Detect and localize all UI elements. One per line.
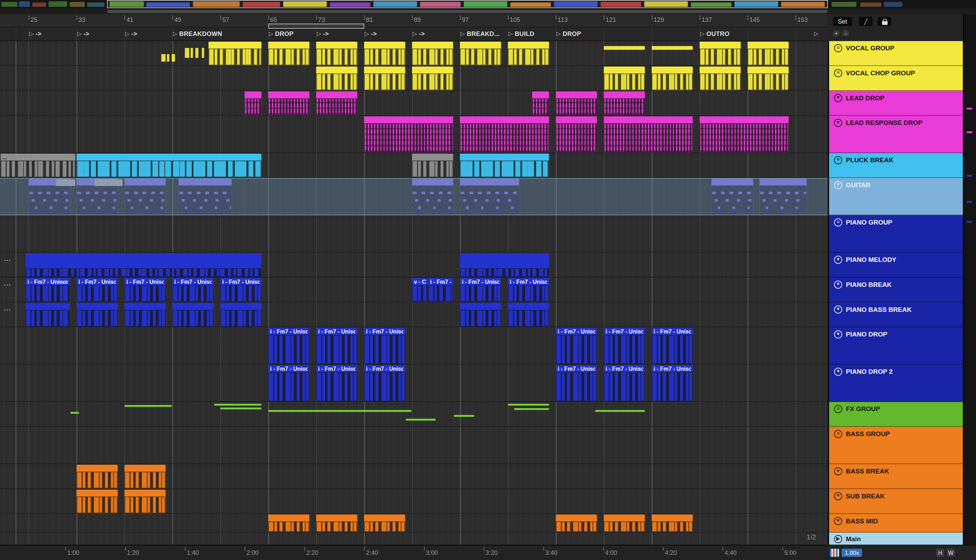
clip[interactable] bbox=[364, 117, 454, 152]
clip[interactable] bbox=[700, 117, 789, 152]
fold-icon[interactable]: ▾ bbox=[834, 367, 843, 375]
track-header-lead-drop[interactable]: ▾LEAD DROP bbox=[829, 91, 963, 116]
track-header-piano-drop[interactable]: ▾PIANO DROP bbox=[829, 327, 963, 365]
clip[interactable] bbox=[412, 67, 454, 90]
clip[interactable] bbox=[460, 154, 549, 177]
clip[interactable] bbox=[125, 179, 166, 215]
clip-i-fm7-unison[interactable]: i - Fm7 - Unison bbox=[604, 365, 645, 401]
clip[interactable] bbox=[244, 92, 262, 115]
horizontal-scrollbar[interactable] bbox=[0, 8, 976, 14]
clip[interactable] bbox=[406, 418, 435, 420]
clip-i-fm7-unison[interactable]: i - Fm7 - Unison bbox=[652, 328, 693, 364]
locator-drop[interactable]: ▷DROP bbox=[557, 30, 581, 37]
clip[interactable] bbox=[712, 179, 753, 215]
clip[interactable] bbox=[316, 92, 357, 115]
group-icon[interactable]: ≡ bbox=[834, 218, 843, 226]
clip-i-fm7-unison[interactable]: i - Fm7 - Unison bbox=[268, 328, 310, 364]
clip[interactable] bbox=[508, 404, 549, 406]
clip[interactable] bbox=[125, 490, 166, 513]
clip[interactable] bbox=[604, 67, 645, 90]
clip-i-fm7-unison[interactable]: i - Fm7 - Unison bbox=[460, 278, 501, 302]
group-icon[interactable]: ≡ bbox=[834, 69, 843, 77]
clip[interactable] bbox=[556, 92, 597, 115]
clip[interactable] bbox=[364, 515, 405, 532]
fold-icon[interactable]: ▾ bbox=[834, 280, 843, 288]
clip-i-fm7-unison[interactable]: i - Fm7 - Unison bbox=[556, 328, 597, 364]
fold-icon[interactable]: ▾ bbox=[834, 330, 843, 338]
clip-i-fm7-unison[interactable]: i - Fm7 - Unison bbox=[316, 328, 357, 364]
lane-bass-group[interactable] bbox=[0, 427, 828, 464]
clip[interactable] bbox=[208, 42, 262, 65]
fold-icon[interactable]: ▾ bbox=[834, 156, 843, 164]
add-locator-button[interactable]: + bbox=[833, 30, 840, 37]
clip[interactable] bbox=[214, 404, 262, 406]
lane-main[interactable] bbox=[0, 533, 828, 545]
track-header-bass-mid[interactable]: ▾BASS MID bbox=[829, 514, 963, 533]
clip-[interactable]: ... bbox=[3, 255, 23, 263]
fold-icon[interactable]: ▾ bbox=[834, 517, 843, 525]
clip[interactable] bbox=[268, 515, 310, 532]
lane-bass-mid[interactable] bbox=[0, 514, 828, 533]
locator-[interactable]: ▷-> bbox=[365, 30, 377, 37]
midi-keyboard-icon[interactable] bbox=[830, 549, 839, 557]
group-icon[interactable]: ≡ bbox=[834, 44, 843, 52]
clip[interactable] bbox=[77, 465, 118, 488]
locator[interactable]: ▷ bbox=[814, 30, 819, 37]
clip[interactable] bbox=[652, 67, 693, 90]
clip-i-fm7-unison[interactable]: i - Fm7 - Unison bbox=[652, 365, 693, 401]
clip-[interactable]: ... bbox=[3, 280, 23, 288]
arrangement-overview[interactable] bbox=[0, 0, 976, 8]
track-header-bass-break[interactable]: ▾BASS BREAK bbox=[829, 464, 963, 489]
clip[interactable] bbox=[604, 515, 645, 532]
locator-row[interactable]: ▷->▷->▷->▷BREAKDOWN▷DROP▷->▷->▷->▷BREAKD… bbox=[0, 27, 828, 41]
clip-i-fm7-unison[interactable]: i - Fm7 - Unison bbox=[428, 278, 453, 302]
clip[interactable] bbox=[604, 46, 645, 50]
lane-lead-drop[interactable] bbox=[0, 91, 828, 116]
clip[interactable] bbox=[508, 42, 549, 65]
clip[interactable] bbox=[77, 303, 118, 327]
track-header-bass-group[interactable]: ≡BASS GROUP bbox=[829, 427, 963, 464]
track-header-fx-group[interactable]: ≡FX GROUP bbox=[829, 402, 963, 427]
clip[interactable] bbox=[759, 179, 807, 215]
clip-[interactable]: ... bbox=[0, 154, 75, 177]
locator-[interactable]: ▷-> bbox=[317, 30, 329, 37]
fold-icon[interactable]: ▾ bbox=[834, 118, 843, 127]
clip[interactable] bbox=[220, 408, 262, 409]
clip[interactable] bbox=[700, 42, 741, 65]
track-header-pluck-break[interactable]: ▾PLUCK BREAK bbox=[829, 153, 963, 178]
clip[interactable] bbox=[412, 42, 454, 65]
track-lanes[interactable]: .........i - Fm7 - Unisoni - Fm7 - Uniso… bbox=[0, 41, 828, 545]
clip[interactable] bbox=[56, 179, 75, 186]
locator-breakd[interactable]: ▷BREAKD... bbox=[460, 30, 500, 37]
fold-icon[interactable]: ▾ bbox=[834, 492, 843, 500]
clip[interactable] bbox=[556, 117, 597, 152]
time-ruler[interactable]: 1:001:201:402:002:202:403:003:203:404:00… bbox=[0, 546, 828, 560]
clip[interactable] bbox=[412, 179, 454, 215]
clip[interactable] bbox=[532, 92, 549, 115]
clip[interactable] bbox=[268, 92, 310, 115]
play-icon[interactable]: ▶ bbox=[834, 535, 843, 543]
clip[interactable] bbox=[747, 42, 789, 65]
clip-i-fm7-unison[interactable]: i - Fm7 - Unison bbox=[125, 278, 166, 302]
clip-i-fm7-unison[interactable]: i - Fm7 - Unison bbox=[364, 365, 405, 401]
track-header-lead-response-drop[interactable]: ▾LEAD RESPONSE DROP bbox=[829, 116, 963, 153]
clip[interactable] bbox=[556, 515, 597, 532]
clip[interactable] bbox=[460, 117, 549, 152]
track-header-piano-bass-break[interactable]: ▾PIANO BASS BREAK bbox=[829, 302, 963, 327]
track-header-main[interactable]: ▶Main bbox=[829, 533, 963, 545]
lane-piano-drop-2[interactable] bbox=[0, 365, 828, 402]
lock-button[interactable] bbox=[878, 17, 891, 26]
clip[interactable] bbox=[184, 47, 204, 58]
clip[interactable] bbox=[172, 303, 214, 327]
clip[interactable] bbox=[125, 465, 166, 488]
track-header-piano-group[interactable]: ≡PIANO GROUP bbox=[829, 215, 963, 253]
clip[interactable] bbox=[604, 117, 693, 152]
vertical-scrollbar[interactable] bbox=[963, 14, 976, 545]
locator-breakdown[interactable]: ▷BREAKDOWN bbox=[173, 30, 222, 37]
track-header-piano-drop-2[interactable]: ▾PIANO DROP 2 bbox=[829, 365, 963, 402]
overview-viewport[interactable] bbox=[107, 0, 828, 8]
clip[interactable] bbox=[77, 154, 262, 177]
clip[interactable] bbox=[77, 490, 118, 513]
clip-i-fm7-unison[interactable]: i - Fm7 - Unison bbox=[77, 278, 118, 302]
next-locator-button[interactable]: → bbox=[842, 30, 849, 37]
